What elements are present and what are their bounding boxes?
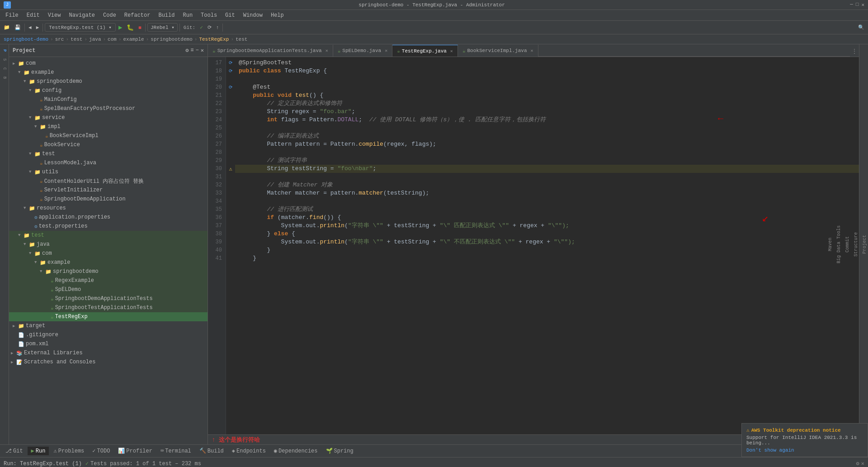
tree-item-speldemo[interactable]: ☕ SpELDemo	[9, 285, 208, 294]
project-expand-icon[interactable]: ≡	[190, 47, 193, 54]
breadcrumb-item-8[interactable]: test	[236, 37, 247, 42]
tree-item-scratches[interactable]: ▶ 📝 Scratches and Consoles	[9, 357, 208, 367]
tree-item-service[interactable]: ▼ 📁 service	[9, 113, 208, 122]
maximize-btn[interactable]: □	[856, 2, 859, 8]
breadcrumb-item-5[interactable]: example	[123, 37, 144, 42]
tree-item-impl[interactable]: ▼ 📁 impl	[9, 122, 208, 131]
breadcrumb-item-2[interactable]: test	[71, 37, 82, 42]
tab-close-testregexp[interactable]: ✕	[450, 48, 453, 54]
tree-item-spelbeanfactory[interactable]: ☕ SpelBeanFactoryPostProcessor	[9, 104, 208, 113]
tree-item-springbootdemo-test[interactable]: ▼ 📁 springbootdemo	[9, 267, 208, 276]
tree-item-java-test[interactable]: ▼ 📁 java	[9, 240, 208, 249]
toolbar-config-dropdown[interactable]: TestRegExp.test (1) ▾	[45, 23, 116, 32]
project-collapse-icon[interactable]: −	[196, 47, 199, 54]
run-close-icon[interactable]: ✕	[861, 460, 864, 467]
menu-tools[interactable]: Tools	[197, 11, 221, 19]
breadcrumb-item-3[interactable]: java	[89, 37, 101, 42]
tab-dependencies[interactable]: ◉ Dependencies	[270, 447, 321, 455]
tree-item-springboottestapptests[interactable]: ☕ SpringbootTestApplicationTests	[9, 303, 208, 312]
tab-speldemo[interactable]: ☕ SpELDemo.java ✕	[333, 45, 392, 57]
run-settings-icon[interactable]: ⚙	[856, 460, 859, 467]
breadcrumb-item-7[interactable]: TestRegExp	[199, 37, 229, 42]
menu-navigate[interactable]: Navigate	[65, 11, 99, 19]
tree-item-com[interactable]: ▶ 📁 com	[9, 59, 208, 68]
menu-git[interactable]: Git	[222, 11, 239, 19]
menu-build[interactable]: Build	[155, 11, 178, 19]
tree-item-gitignore[interactable]: 📄 .gitignore	[9, 330, 208, 339]
commit-rail-btn[interactable]: C	[0, 65, 9, 73]
tab-close-bookserviceimpl[interactable]: ✕	[531, 48, 533, 53]
breadcrumb-item-4[interactable]: com	[108, 37, 117, 42]
menu-help[interactable]: Help	[267, 11, 288, 19]
tree-item-regexexample[interactable]: ☕ RegexExample	[9, 276, 208, 285]
jrebel-label[interactable]: JRebel ▾	[147, 23, 178, 32]
menu-run[interactable]: Run	[179, 11, 196, 19]
tab-todo[interactable]: ✓ TODO	[89, 447, 113, 455]
breadcrumb-item-0[interactable]: springboot-demo	[4, 37, 48, 42]
tab-close-speldemo[interactable]: ✕	[385, 48, 387, 53]
bookmarks-rail-btn[interactable]: B	[0, 74, 9, 82]
tree-item-springbootdemoapplication[interactable]: ☕ SpringbootDemoApplication	[9, 195, 208, 204]
menu-refactor[interactable]: Refactor	[121, 11, 154, 19]
menu-edit[interactable]: Edit	[23, 11, 43, 19]
git-update-btn[interactable]: ⟳	[206, 24, 213, 31]
tree-item-pomxml[interactable]: 📄 pom.xml	[9, 339, 208, 348]
tab-git[interactable]: ⎇ Git	[2, 447, 27, 455]
tab-run[interactable]: ▶ Run	[28, 447, 49, 455]
toolbar-stop-btn[interactable]: ◼	[137, 24, 143, 31]
breadcrumb-item-6[interactable]: springbootdemo	[151, 37, 192, 42]
project-settings-icon[interactable]: ⚙	[185, 47, 189, 54]
right-panel-tab-structure[interactable]: Structure	[853, 230, 859, 258]
tree-item-springbootdemo[interactable]: ▼ 📁 springbootdemo	[9, 77, 208, 86]
git-checkmark[interactable]: ✓	[198, 24, 205, 31]
tree-item-resources[interactable]: ▼ 📁 resources	[9, 204, 208, 213]
code-editor[interactable]: 17 18 19 20 21 22 23 24 25 26 27 28 29 3…	[208, 57, 859, 434]
tab-terminal[interactable]: ⌨ Terminal	[157, 447, 195, 455]
toolbar-save-btn[interactable]: 💾	[13, 24, 23, 31]
tab-endpoints[interactable]: ◈ Endpoints	[228, 447, 269, 455]
menu-view[interactable]: View	[44, 11, 65, 19]
tree-item-bookserviceimpl[interactable]: ☕ BookServiceImpl	[9, 131, 208, 140]
tree-item-utils[interactable]: ▼ 📁 utils	[9, 167, 208, 176]
tree-item-example[interactable]: ▼ 📁 example	[9, 68, 208, 77]
tab-springbootdemoapptests[interactable]: ☕ SpringbootDemoApplicationTests.java ✕	[208, 45, 333, 57]
menu-code[interactable]: Code	[99, 11, 120, 19]
project-rail-btn[interactable]: P	[0, 47, 9, 55]
tab-profiler[interactable]: 📊 Profiler	[114, 447, 156, 455]
toolbar-run-btn[interactable]: ▶	[117, 23, 124, 32]
tab-bookserviceimpl[interactable]: ☕ BookServiceImpl.java ✕	[458, 45, 538, 57]
toolbar-back-btn[interactable]: ◀	[27, 24, 33, 31]
toolbar-debug-btn[interactable]: 🐛	[125, 23, 136, 32]
tree-item-contentholderutil[interactable]: ☕ ContentHolderUtil 内容占位符 替换	[9, 176, 208, 186]
right-panel-tab-commit[interactable]: Commit	[844, 234, 851, 254]
project-close-icon[interactable]: ✕	[201, 47, 204, 54]
tree-item-test-root[interactable]: ▼ 📁 test	[9, 231, 208, 240]
toolbar-search-btn[interactable]: 🔍	[856, 24, 866, 31]
tree-item-test-folder[interactable]: ▼ 📁 test	[9, 149, 208, 158]
close-btn[interactable]: ✕	[861, 2, 864, 8]
right-panel-tab-project[interactable]: Project	[861, 233, 868, 256]
tree-item-testprops[interactable]: ⚙ test.properties	[9, 222, 208, 231]
tree-item-bookservice[interactable]: ☕ BookService	[9, 140, 208, 149]
tab-spring[interactable]: 🌱 Spring	[322, 447, 357, 455]
minimize-btn[interactable]: ─	[850, 2, 853, 8]
tree-item-target[interactable]: ▶ 📁 target	[9, 321, 208, 330]
toolbar-open-btn[interactable]: 📁	[2, 24, 12, 31]
code-content[interactable]: @SpringBootTest public class TestRegExp …	[235, 57, 859, 434]
tab-build[interactable]: 🔨 Build	[196, 447, 227, 455]
breadcrumb-item-1[interactable]: src	[55, 37, 64, 42]
tree-item-com-test[interactable]: ▼ 📁 com	[9, 249, 208, 258]
tree-item-lessonmodel[interactable]: ☕ LessonModel.java	[9, 158, 208, 167]
tree-item-mainconfig[interactable]: ☕ MainConfig	[9, 95, 208, 104]
structure-rail-btn[interactable]: S	[0, 56, 9, 64]
menu-file[interactable]: File	[2, 11, 22, 19]
tab-problems[interactable]: ⚠ Problems	[50, 447, 88, 455]
git-push-btn[interactable]: ↑	[214, 24, 221, 31]
right-panel-tab-bigdata[interactable]: Big Data Tools	[835, 224, 842, 265]
tree-item-example-test[interactable]: ▼ 📁 example	[9, 258, 208, 267]
tree-item-servletinitializer[interactable]: ☕ ServletInitializer	[9, 186, 208, 195]
tree-item-external-libs[interactable]: ▶ 📚 External Libraries	[9, 348, 208, 357]
tree-item-config[interactable]: ▼ 📁 config	[9, 86, 208, 95]
tree-item-springbootdemoapptests[interactable]: ☕ SpringbootDemoApplicationTests	[9, 294, 208, 303]
aws-dont-show-btn[interactable]: Don't show again	[746, 448, 863, 453]
